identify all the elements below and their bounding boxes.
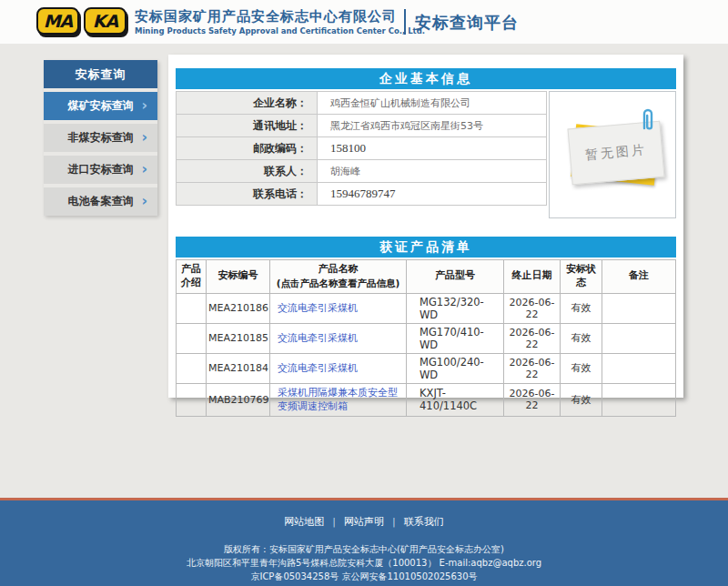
cell-cert-number: MEA210185 xyxy=(207,323,270,353)
ma-badge-icon: MA xyxy=(36,7,79,35)
cell-intro xyxy=(177,353,207,383)
col-cert-number: 安标编号 xyxy=(207,260,270,294)
table-row: 联系电话： 15946789747 xyxy=(177,183,547,206)
platform-title: 安标查询平台 xyxy=(415,12,519,34)
sidebar-item-label: 非煤安标查询 xyxy=(68,130,134,146)
col-end-date: 终止日期 xyxy=(504,260,561,294)
copyright-text: 版权所有：安标国家矿用产品安全标志中心(矿用产品安全标志办公室) xyxy=(0,542,728,556)
cell-product-name: 交流电牵引采煤机 xyxy=(270,323,407,353)
app-header: MA KA 安标国家矿用产品安全标志中心有限公司 Mining Products… xyxy=(0,0,728,44)
footer-link-statement[interactable]: 网站声明 xyxy=(344,516,384,528)
cell-intro xyxy=(177,323,207,353)
col-product-model: 产品型号 xyxy=(407,260,504,294)
address-text: 北京朝阳区和平里青年沟路5号煤科总院安科大厦（100013） E-mail:aq… xyxy=(0,556,728,570)
chevron-right-icon: › xyxy=(141,194,147,208)
org-name-chinese: 安标国家矿用产品安全标志中心有限公司 xyxy=(135,8,397,25)
cell-status: 有效 xyxy=(561,323,602,353)
table-header-row: 产品介绍 安标编号 产品名称 (点击产品名称查看产品信息) 产品型号 终止日期 … xyxy=(177,260,676,294)
cell-end-date: 2026-06-22 xyxy=(504,353,561,383)
ma-ka-logo: MA KA xyxy=(36,7,131,35)
cell-cert-number: MEA210186 xyxy=(207,293,270,323)
enterprise-info-section-title: 企业基本信息 xyxy=(176,68,676,89)
postal-code-label: 邮政编码： xyxy=(177,137,318,160)
contact-phone-label: 联系电话： xyxy=(177,183,318,206)
company-name-label: 企业名称： xyxy=(177,92,318,115)
cell-model: KXJT-410/1140C xyxy=(407,383,504,416)
sidebar-item-coal-query[interactable]: 煤矿安标查询 › xyxy=(44,92,157,120)
sidebar-item-label: 电池备案查询 xyxy=(68,194,134,209)
cell-remark xyxy=(602,353,676,383)
footer-link-separator: | xyxy=(332,516,336,528)
cell-end-date: 2026-06-22 xyxy=(504,293,561,323)
contact-person-value: 胡海峰 xyxy=(318,160,547,183)
no-image-placeholder: 暂无图片 xyxy=(549,91,676,218)
col-status: 安标状态 xyxy=(561,260,602,294)
cell-product-name: 交流电牵引采煤机 xyxy=(270,293,407,323)
sidebar-item-noncoal-query[interactable]: 非煤安标查询 › xyxy=(44,124,157,152)
col-product-name: 产品名称 (点击产品名称查看产品信息) xyxy=(270,260,407,294)
col-remark: 备注 xyxy=(602,260,676,294)
table-row: 邮政编码： 158100 xyxy=(177,137,547,160)
footer-link-sitemap[interactable]: 网站地图 xyxy=(284,516,324,528)
header-divider xyxy=(404,9,406,35)
cell-remark xyxy=(602,383,676,416)
col-product-intro: 产品介绍 xyxy=(177,260,207,294)
table-row: 联系人： 胡海峰 xyxy=(177,160,547,183)
cell-remark xyxy=(602,293,676,323)
cell-intro xyxy=(177,383,207,416)
address-label: 通讯地址： xyxy=(177,115,318,137)
ka-badge-icon: KA xyxy=(84,7,126,35)
sidebar-item-label: 煤矿安标查询 xyxy=(68,98,134,114)
chevron-right-icon: › xyxy=(141,98,147,113)
cell-cert-number: MAB210769 xyxy=(207,383,270,416)
table-row: MEA210185 交流电牵引采煤机 MG170/410-WD 2026-06-… xyxy=(177,323,676,353)
chevron-right-icon: › xyxy=(141,162,147,177)
contact-phone-value: 15946789747 xyxy=(318,183,547,206)
enterprise-info-area: 企业名称： 鸡西金恒矿山机械制造有限公司 通讯地址： 黑龙江省鸡西市鸡冠区南星街… xyxy=(176,91,676,218)
cell-cert-number: MEA210184 xyxy=(207,353,270,383)
footer-link-contact[interactable]: 联系我们 xyxy=(404,516,444,528)
chevron-right-icon: › xyxy=(141,130,147,145)
no-image-text: 暂无图片 xyxy=(584,142,647,164)
product-list-section-title: 获证产品清单 xyxy=(176,237,676,258)
contact-person-label: 联系人： xyxy=(177,160,318,183)
address-value: 黑龙江省鸡西市鸡冠区南星街53号 xyxy=(318,115,547,137)
sidebar-item-import-query[interactable]: 进口安标查询 › xyxy=(44,156,157,184)
cell-model: MG100/240-WD xyxy=(407,353,504,383)
footer-link-separator: | xyxy=(392,516,396,528)
paperclip-icon xyxy=(641,108,655,136)
cell-model: MG170/410-WD xyxy=(407,323,504,353)
product-name-link[interactable]: 交流电牵引采煤机 xyxy=(278,362,358,374)
sidebar: 安标查询 煤矿安标查询 › 非煤安标查询 › 进口安标查询 › 电池备案查询 › xyxy=(44,60,157,216)
cell-product-name: 交流电牵引采煤机 xyxy=(270,353,407,383)
cell-status: 有效 xyxy=(561,293,602,323)
main-content-panel: 企业基本信息 企业名称： 鸡西金恒矿山机械制造有限公司 通讯地址： 黑龙江省鸡西… xyxy=(168,55,683,398)
org-name-english: Mining Products Safety Approval and Cert… xyxy=(135,26,425,35)
enterprise-info-table: 企业名称： 鸡西金恒矿山机械制造有限公司 通讯地址： 黑龙江省鸡西市鸡冠区南星街… xyxy=(176,91,547,206)
footer-links: 网站地图|网站声明|联系我们 xyxy=(0,500,728,529)
footer: 网站地图|网站声明|联系我们 版权所有：安标国家矿用产品安全标志中心(矿用产品安… xyxy=(0,500,728,586)
company-name-value: 鸡西金恒矿山机械制造有限公司 xyxy=(318,92,547,115)
table-row: MEA210184 交流电牵引采煤机 MG100/240-WD 2026-06-… xyxy=(177,353,676,383)
product-name-link[interactable]: 交流电牵引采煤机 xyxy=(278,332,358,344)
postal-code-value: 158100 xyxy=(318,137,547,160)
product-name-link[interactable]: 交流电牵引采煤机 xyxy=(278,302,358,314)
cell-model: MG132/320-WD xyxy=(407,293,504,323)
table-row: MEA210186 交流电牵引采煤机 MG132/320-WD 2026-06-… xyxy=(177,293,676,323)
sidebar-title: 安标查询 xyxy=(44,60,157,88)
cell-status: 有效 xyxy=(561,383,602,416)
table-row: MAB210769 采煤机用隔爆兼本质安全型变频调速控制箱 KXJT-410/1… xyxy=(177,383,676,416)
col-product-name-hint: (点击产品名称查看产品信息) xyxy=(271,277,405,289)
col-product-name-label: 产品名称 xyxy=(318,263,359,275)
cell-end-date: 2026-06-22 xyxy=(504,323,561,353)
cell-product-name: 采煤机用隔爆兼本质安全型变频调速控制箱 xyxy=(270,383,407,416)
product-name-link[interactable]: 采煤机用隔爆兼本质安全型变频调速控制箱 xyxy=(278,387,398,412)
table-row: 企业名称： 鸡西金恒矿山机械制造有限公司 xyxy=(177,92,547,115)
sidebar-item-battery-query[interactable]: 电池备案查询 › xyxy=(44,187,157,216)
cell-remark xyxy=(602,323,676,353)
cell-intro xyxy=(177,293,207,323)
cell-end-date: 2026-06-22 xyxy=(504,383,561,416)
table-row: 通讯地址： 黑龙江省鸡西市鸡冠区南星街53号 xyxy=(177,115,547,137)
product-list-table: 产品介绍 安标编号 产品名称 (点击产品名称查看产品信息) 产品型号 终止日期 … xyxy=(176,259,676,417)
icp-text: 京ICP备05034258号 京公网安备11010502025630号 xyxy=(0,570,728,583)
